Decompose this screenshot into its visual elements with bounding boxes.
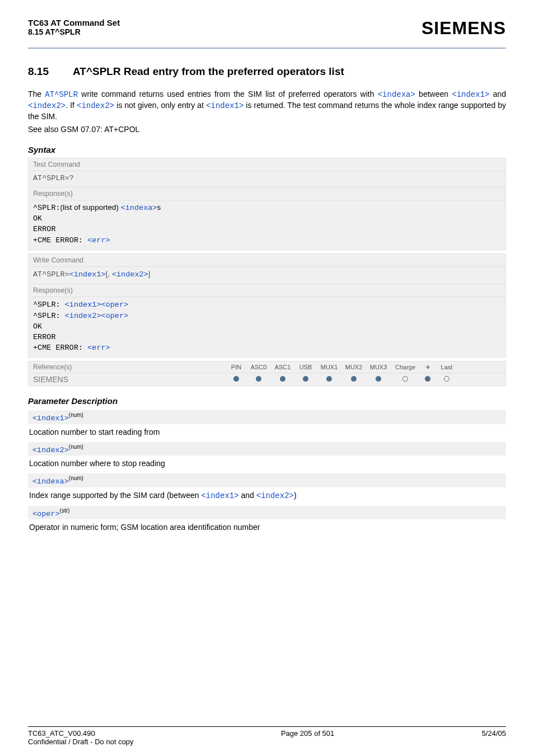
intro-text: and bbox=[489, 90, 506, 98]
col-asc1: ASC1 bbox=[271, 364, 294, 370]
cmd-link[interactable]: AT^SPLR bbox=[45, 90, 78, 99]
intro-text: write command returns used entries from … bbox=[78, 90, 378, 98]
section-number: 8.15 bbox=[28, 65, 73, 78]
resp-cme: +CME ERROR: bbox=[33, 236, 87, 245]
intro-paragraph: The AT^SPLR write command returns used e… bbox=[28, 89, 506, 122]
param-index1: <index1>(num) bbox=[28, 410, 506, 424]
footer-confidential: Confidential / Draft - Do not copy bbox=[28, 738, 134, 746]
param-name[interactable]: <oper> bbox=[32, 509, 60, 518]
intro-text: between bbox=[415, 90, 452, 98]
col-charge: Charge bbox=[391, 364, 420, 370]
param-type: (num) bbox=[69, 444, 83, 450]
param-link-indexa[interactable]: <indexa> bbox=[121, 204, 157, 212]
header-rule bbox=[28, 48, 506, 49]
reference-box: Reference(s) PIN ASC0 ASC1 USB MUX1 MUX2… bbox=[28, 361, 506, 386]
state-dot-filled bbox=[233, 376, 239, 382]
param-type: (str) bbox=[60, 508, 70, 514]
footer-date: 5/24/05 bbox=[482, 729, 506, 746]
param-link-index2[interactable]: <index2> bbox=[256, 491, 294, 500]
reference-columns: PIN ASC0 ASC1 USB MUX1 MUX2 MUX3 Charge … bbox=[226, 364, 501, 371]
param-link-err[interactable]: <err> bbox=[87, 236, 110, 245]
resp-error: ERROR bbox=[33, 224, 501, 235]
resp-ok: OK bbox=[33, 322, 501, 332]
brand-logo: SIEMENS bbox=[421, 18, 506, 39]
state-dot-hollow bbox=[444, 376, 449, 382]
state-dot-filled bbox=[351, 376, 357, 382]
intro-text: is not given, only entry at bbox=[114, 101, 206, 110]
col-last: Last bbox=[435, 364, 458, 370]
section-name: AT^SPLR Read entry from the preferred op… bbox=[73, 65, 344, 77]
intro-line2: See also GSM 07.07: AT+CPOL bbox=[28, 124, 506, 135]
param-link-oper[interactable]: <oper> bbox=[101, 312, 129, 320]
param-link-index1[interactable]: <index1> bbox=[69, 270, 106, 279]
param-name[interactable]: <index2> bbox=[32, 445, 69, 454]
syntax-heading: Syntax bbox=[28, 145, 506, 154]
reference-label: Reference(s) bbox=[33, 363, 226, 371]
param-link-index2[interactable]: <index2> bbox=[77, 101, 114, 110]
footer-rule bbox=[28, 726, 506, 727]
param-link-oper[interactable]: <oper> bbox=[101, 300, 129, 309]
page-header: TC63 AT Command Set 8.15 AT^SPLR SIEMENS bbox=[28, 18, 506, 44]
page-footer: TC63_ATC_V00.490 Confidential / Draft - … bbox=[28, 722, 506, 746]
param-index2-desc: Location number where to stop reading bbox=[28, 456, 506, 469]
param-link-index2[interactable]: <index2> bbox=[28, 101, 65, 110]
param-desc-heading: Parameter Description bbox=[28, 396, 506, 406]
cmd-text: [, bbox=[106, 270, 112, 278]
test-command-box: Test Command AT^SPLR=? Response(s) ^SPLR… bbox=[28, 158, 506, 250]
resp-cme: +CME ERROR: bbox=[33, 344, 87, 352]
footer-page-number: Page 205 of 501 bbox=[281, 729, 334, 746]
param-link-index1[interactable]: <index1> bbox=[201, 491, 238, 500]
intro-text: The bbox=[28, 90, 45, 98]
col-mux2: MUX2 bbox=[341, 364, 366, 370]
param-index1-desc: Location number to start reading from bbox=[28, 424, 506, 438]
col-pin: PIN bbox=[226, 364, 246, 370]
section-title: 8.15AT^SPLR Read entry from the preferre… bbox=[28, 65, 506, 78]
param-name[interactable]: <index1> bbox=[32, 414, 69, 422]
intro-text: . If bbox=[65, 101, 77, 110]
param-link-indexa[interactable]: <indexa> bbox=[378, 90, 415, 99]
reference-value: SIEMENS bbox=[33, 375, 226, 384]
write-command-label: Write Command bbox=[29, 254, 505, 267]
param-link-index2[interactable]: <index2> bbox=[112, 270, 148, 279]
state-dot-filled bbox=[256, 376, 261, 382]
state-dot-hollow bbox=[402, 376, 408, 382]
resp-text: ^SPLR: bbox=[33, 204, 60, 212]
doc-title: TC63 AT Command Set bbox=[28, 18, 120, 27]
resp-text: ^SPLR: bbox=[33, 312, 65, 320]
param-link-index1[interactable]: <index1> bbox=[65, 300, 101, 309]
col-mux1: MUX1 bbox=[317, 364, 341, 370]
footer-version: TC63_ATC_V00.490 bbox=[28, 729, 134, 738]
param-oper-desc: Operator in numeric form; GSM location a… bbox=[28, 519, 506, 533]
state-dot-filled bbox=[425, 376, 430, 382]
write-command-syntax: AT^SPLR=<index1>[, <index2>] bbox=[29, 267, 505, 284]
write-command-box: Write Command AT^SPLR=<index1>[, <index2… bbox=[28, 253, 506, 358]
test-command-label: Test Command bbox=[29, 158, 505, 171]
col-asc0: ASC0 bbox=[246, 364, 271, 370]
state-dot-filled bbox=[280, 376, 285, 382]
param-link-err[interactable]: <err> bbox=[87, 344, 110, 352]
state-dot-filled bbox=[376, 376, 381, 382]
param-type: (num) bbox=[69, 475, 83, 481]
responses-label: Response(s) bbox=[29, 187, 505, 200]
param-link-index2[interactable]: <index2> bbox=[65, 312, 101, 320]
state-dot-filled bbox=[326, 376, 332, 382]
desc-text: and bbox=[239, 491, 256, 500]
responses-label: Response(s) bbox=[29, 284, 505, 297]
test-responses: ^SPLR:(list of supported) <indexa>s OK E… bbox=[29, 200, 505, 250]
reference-states bbox=[226, 376, 501, 383]
param-link-index1[interactable]: <index1> bbox=[206, 101, 243, 110]
param-link-index1[interactable]: <index1> bbox=[452, 90, 489, 99]
param-indexa: <indexa>(num) bbox=[28, 473, 506, 487]
resp-text: (list of supported) bbox=[60, 203, 121, 212]
col-mux3: MUX3 bbox=[366, 364, 391, 370]
test-command-syntax: AT^SPLR=? bbox=[29, 171, 505, 188]
resp-error: ERROR bbox=[33, 332, 501, 343]
param-index2: <index2>(num) bbox=[28, 442, 506, 456]
param-name[interactable]: <indexa> bbox=[32, 477, 69, 486]
cmd-text: AT^SPLR= bbox=[33, 270, 69, 279]
desc-text: Index range supported by the SIM card (b… bbox=[29, 491, 201, 500]
param-indexa-desc: Index range supported by the SIM card (b… bbox=[28, 487, 506, 501]
resp-text: ^SPLR: bbox=[33, 300, 65, 309]
param-type: (num) bbox=[69, 412, 83, 418]
doc-subtitle: 8.15 AT^SPLR bbox=[28, 27, 120, 36]
